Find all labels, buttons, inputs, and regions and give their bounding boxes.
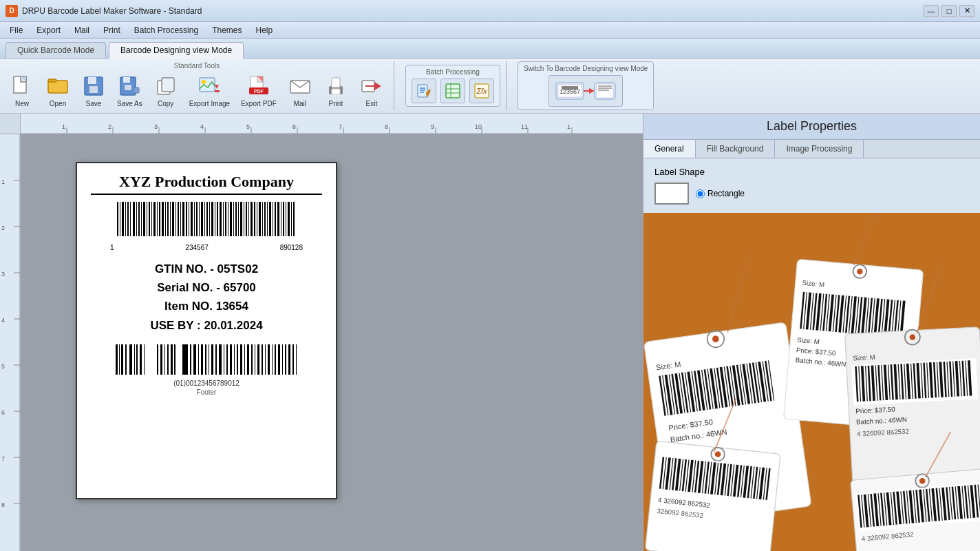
svg-rect-195 — [251, 344, 253, 375]
shape-radio[interactable] — [696, 189, 705, 198]
svg-point-15 — [202, 80, 206, 84]
svg-text:7: 7 — [1, 455, 5, 462]
svg-rect-172 — [160, 344, 162, 375]
svg-text:8: 8 — [385, 123, 388, 130]
shape-rectangle-option[interactable]: Rectangle — [696, 189, 745, 198]
svg-rect-122 — [191, 202, 193, 236]
save-button[interactable]: Save — [77, 71, 110, 110]
svg-rect-196 — [255, 344, 255, 375]
serial-text: Serial NO. - 65700 — [150, 278, 262, 297]
ruler-corner — [0, 114, 21, 134]
app-icon: D — [6, 5, 18, 17]
maximize-button[interactable]: □ — [941, 5, 957, 17]
svg-rect-125 — [199, 202, 200, 236]
batch-spreadsheet-button[interactable] — [440, 79, 465, 103]
new-button[interactable]: New — [6, 71, 39, 110]
switch-button[interactable]: 123567 — [548, 75, 623, 107]
svg-rect-146 — [254, 202, 255, 236]
svg-rect-160 — [291, 202, 292, 236]
tab-barcode-design[interactable]: Barcode Designing view Mode — [109, 42, 244, 59]
export-pdf-icon: PDF — [246, 74, 271, 98]
item-text: Item NO. 13654 — [150, 297, 262, 315]
tab-fill-background[interactable]: Fill Background — [696, 140, 776, 158]
menu-batch[interactable]: Batch Processing — [127, 24, 205, 37]
tab-general[interactable]: General — [643, 140, 696, 158]
svg-rect-119 — [182, 202, 184, 236]
exit-icon — [359, 74, 384, 98]
svg-rect-194 — [247, 344, 249, 375]
svg-rect-180 — [198, 344, 199, 375]
svg-rect-167 — [134, 344, 135, 375]
export-pdf-button[interactable]: PDF Export PDF — [237, 71, 281, 110]
batch-edit-button[interactable] — [412, 79, 436, 103]
open-button[interactable]: Open — [41, 71, 74, 110]
svg-rect-176 — [174, 344, 175, 375]
svg-rect-177 — [182, 344, 188, 375]
menu-print[interactable]: Print — [96, 24, 127, 37]
svg-rect-116 — [175, 202, 176, 236]
save-as-label: Save As — [117, 100, 142, 107]
svg-rect-26 — [332, 89, 340, 94]
svg-rect-149 — [262, 202, 263, 236]
copy-button[interactable]: Copy — [149, 71, 182, 110]
svg-rect-138 — [233, 202, 234, 236]
print-button[interactable]: Print — [319, 71, 352, 110]
toolbar: Standard Tools New Open Save — [0, 59, 980, 114]
svg-rect-141 — [240, 202, 242, 236]
svg-rect-96 — [122, 202, 124, 236]
tags-photo-bg: Size: M — [643, 213, 980, 551]
svg-rect-202 — [275, 344, 276, 375]
svg-rect-185 — [215, 344, 217, 375]
menu-export[interactable]: Export — [30, 24, 67, 37]
batch-formula-button[interactable]: Σfx — [469, 79, 494, 103]
menu-file[interactable]: File — [3, 24, 30, 37]
barcode-2 — [110, 344, 303, 379]
svg-rect-25 — [332, 78, 340, 87]
svg-text:8: 8 — [1, 501, 5, 508]
svg-rect-4 — [48, 79, 56, 82]
svg-rect-123 — [194, 202, 195, 236]
svg-rect-135 — [225, 202, 226, 236]
svg-rect-120 — [186, 202, 187, 236]
svg-rect-139 — [235, 202, 237, 236]
svg-rect-13 — [162, 78, 174, 92]
svg-marker-28 — [374, 82, 381, 90]
toolbar-separator-1 — [394, 61, 394, 110]
toolbar-separator-2 — [506, 61, 507, 110]
svg-text:4: 4 — [200, 123, 204, 130]
svg-rect-155 — [277, 202, 279, 236]
svg-rect-140 — [238, 202, 239, 236]
canvas-background[interactable]: XYZ Production Company — [21, 134, 643, 551]
mail-label: Mail — [294, 100, 306, 107]
tab-image-processing[interactable]: Image Processing — [775, 140, 864, 158]
svg-text:5: 5 — [246, 123, 250, 130]
title-bar: D DRPU Barcode Label Maker Software - St… — [0, 0, 980, 22]
open-icon — [45, 74, 70, 98]
svg-rect-113 — [167, 202, 169, 236]
svg-rect-170 — [144, 344, 145, 375]
minimize-button[interactable]: — — [924, 5, 939, 17]
barcode-num-left: 1 — [110, 244, 114, 251]
mail-button[interactable]: Mail — [284, 71, 317, 110]
export-image-button[interactable]: Export Image — [185, 71, 234, 110]
save-as-icon — [117, 74, 142, 98]
svg-rect-169 — [140, 344, 142, 375]
print-label: Print — [329, 100, 343, 107]
svg-rect-44 — [562, 86, 578, 90]
tab-quick-barcode[interactable]: Quick Barcode Mode — [6, 42, 106, 58]
svg-rect-144 — [248, 202, 249, 236]
svg-rect-99 — [130, 202, 131, 236]
svg-rect-166 — [129, 344, 132, 375]
menu-mail[interactable]: Mail — [67, 24, 96, 37]
export-image-icon — [197, 74, 222, 98]
gtin-text: GTIN NO. - 05TS02 — [150, 260, 262, 278]
close-button[interactable]: ✕ — [959, 5, 974, 17]
save-as-button[interactable]: Save As — [113, 71, 147, 110]
svg-text:1: 1 — [567, 123, 571, 130]
exit-button[interactable]: Exit — [355, 71, 388, 110]
menu-themes[interactable]: Themes — [205, 24, 248, 37]
menu-help[interactable]: Help — [248, 24, 279, 37]
svg-rect-178 — [190, 344, 191, 375]
svg-rect-112 — [165, 202, 166, 236]
svg-rect-131 — [215, 202, 215, 236]
